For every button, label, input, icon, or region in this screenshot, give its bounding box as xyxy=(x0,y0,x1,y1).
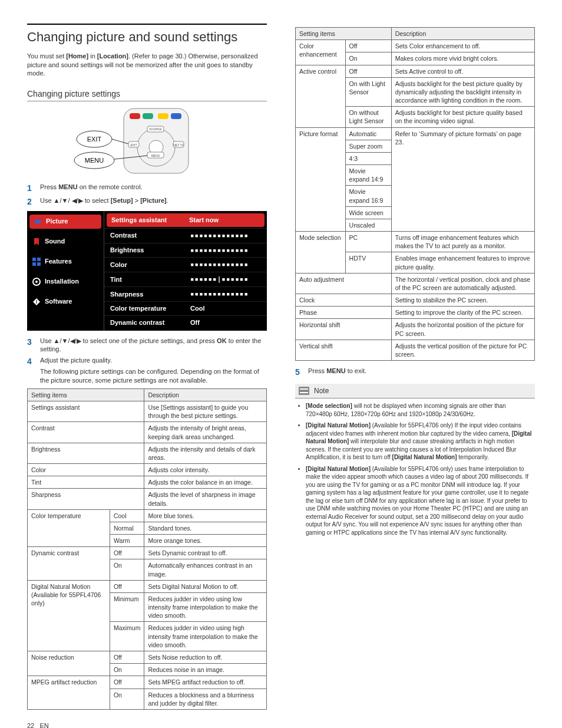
osd-side-software: Software xyxy=(27,295,104,309)
setting-desc: Use [Settings assistant] to guide you th… xyxy=(144,401,267,422)
osd-row-value: ▪▪▪▪▪▪▪▪▪▪▪▪▪ xyxy=(190,289,261,299)
subheading: Changing picture settings xyxy=(27,88,267,101)
right-column: Setting items Description Color enhancem… xyxy=(295,24,535,728)
setting-item: Clock xyxy=(296,294,392,307)
setting-option: On xyxy=(110,559,144,580)
setting-option: Off xyxy=(110,547,144,559)
setting-desc: Enables image enhancement features to im… xyxy=(391,252,534,273)
osd-row-value: Cool xyxy=(190,304,261,313)
osd-side-sound: Sound xyxy=(27,235,104,249)
setting-desc: Adjusts the vertical position of the pic… xyxy=(391,340,534,360)
setting-option: Movie expand 16:9 xyxy=(345,186,391,206)
osd-row-label: Color xyxy=(110,261,190,269)
step-3: 3Use ▲/▼/◀/▶ to select one of the pictur… xyxy=(27,337,267,354)
note-item: [Digital Natural Motion] (Available for … xyxy=(306,421,533,462)
page-footer: 22 EN xyxy=(27,722,267,728)
setting-desc: Reduces a blockiness and a blurriness an… xyxy=(144,689,267,709)
setting-option: PC xyxy=(345,232,391,252)
setting-option: Off xyxy=(345,40,391,52)
step-5: 5Press MENU to exit. xyxy=(295,367,535,378)
setting-desc: Adjusts backlight for the best picture q… xyxy=(391,77,534,107)
setting-item: MPEG artifact reduction xyxy=(28,676,110,710)
setting-item: Brightness xyxy=(28,443,144,463)
setting-item: Auto adjustment xyxy=(296,273,392,294)
setting-option: 4:3 xyxy=(345,152,391,164)
setting-item: Color temperature xyxy=(28,509,110,547)
note-item: [Digital Natural Motion] (Available for … xyxy=(306,465,533,537)
setting-desc: Adjusts the horizontal position of the p… xyxy=(391,319,534,340)
svg-rect-24 xyxy=(37,258,41,261)
intro-text: You must set [Home] in [Location]. (Refe… xyxy=(27,52,267,78)
osd-side-label: Features xyxy=(45,257,72,266)
note-icon xyxy=(299,387,309,395)
setting-item: Dynamic contrast xyxy=(28,547,110,581)
setting-desc: Sets MPEG artifact reduction to off. xyxy=(144,676,267,689)
svg-text:MENU: MENU xyxy=(84,157,103,164)
intro-c: in xyxy=(88,52,97,60)
setting-item: Tint xyxy=(28,476,144,489)
steps-list-cont: 3Use ▲/▼/◀/▶ to select one of the pictur… xyxy=(27,337,267,385)
osd-row: Sharpness▪▪▪▪▪▪▪▪▪▪▪▪▪ xyxy=(104,286,267,301)
osd-side-label: Sound xyxy=(45,237,65,246)
setting-option: Off xyxy=(110,676,144,689)
setting-option: Minimum xyxy=(110,592,144,622)
osd-row-value: ▪▪▪▪▪▪▪▪▪▪▪▪▪ xyxy=(190,231,261,241)
steps-list-right: 5Press MENU to exit. xyxy=(295,367,535,378)
setting-desc: The horizontal / vertical position, cloc… xyxy=(391,273,534,294)
osd-row: Color temperatureCool xyxy=(104,301,267,315)
setting-desc: Sets Color enhancement to off. xyxy=(391,40,534,52)
osd-side-features: Features xyxy=(27,255,104,269)
setting-desc: Reduces judder in video using low intens… xyxy=(144,592,267,622)
osd-sidebar: PictureSoundFeaturesInstallationSoftware xyxy=(27,211,104,331)
svg-text:MENU: MENU xyxy=(151,154,160,157)
osd-row-label: Tint xyxy=(110,275,190,284)
setting-desc: Setting to stabilize the PC screen. xyxy=(391,294,534,307)
setting-item: Vertical shift xyxy=(296,340,392,360)
osd-side-icon xyxy=(32,257,41,266)
setting-option: Normal xyxy=(110,522,144,534)
setting-option: On with Light Sensor xyxy=(345,77,391,107)
osd-side-icon xyxy=(33,217,42,226)
setting-desc: More orange tones. xyxy=(144,535,267,547)
osd-side-label: Picture xyxy=(46,217,68,226)
steps-list: 1Press MENU on the remote control. 2Use … xyxy=(27,183,267,207)
osd-side-icon xyxy=(32,237,41,246)
note-body: [Mode selection] will not be displayed w… xyxy=(295,398,535,543)
setting-option: Off xyxy=(110,651,144,663)
setting-option: On without Light Sensor xyxy=(345,107,391,127)
t1-head-desc: Description xyxy=(144,388,267,401)
setting-desc: Makes colors more vivid bright colors. xyxy=(391,52,534,65)
setting-desc: Sets Active control to off. xyxy=(391,65,534,77)
svg-rect-4 xyxy=(171,113,181,119)
svg-text:NET TV: NET TV xyxy=(173,143,184,147)
osd-row-label: Brightness xyxy=(110,246,190,255)
setting-item: Sharpness xyxy=(28,489,144,509)
setting-option: Super zoom xyxy=(345,140,391,152)
osd-row-label: Settings assistant xyxy=(111,216,189,225)
note-title: Note xyxy=(314,386,329,396)
setting-desc: Adjusts backlight for best picture quali… xyxy=(391,107,534,127)
osd-row: Tint▪▪▪▪▪▪|▪▪▪▪▪▪ xyxy=(104,272,267,286)
osd-row: Dynamic contrastOff xyxy=(104,315,267,330)
setting-desc: Reduces judder in video using high inten… xyxy=(144,622,267,651)
step-4: 4Adjust the picture quality.The followin… xyxy=(27,356,267,385)
settings-table-1: Setting items Description Settings assis… xyxy=(27,388,267,710)
settings-table-2: Setting items Description Color enhancem… xyxy=(295,27,535,361)
osd-row: Contrast▪▪▪▪▪▪▪▪▪▪▪▪▪ xyxy=(104,228,267,243)
setting-option: Warm xyxy=(110,535,144,547)
osd-row-value: Off xyxy=(190,318,261,327)
note-box: Note [Mode selection] will not be displa… xyxy=(295,384,535,543)
setting-desc: Setting to improve the clarity of the PC… xyxy=(391,307,534,319)
svg-text:EXIT: EXIT xyxy=(130,143,137,147)
setting-option: Off xyxy=(345,65,391,77)
osd-side-installation: Installation xyxy=(27,275,104,289)
setting-item: Settings assistant xyxy=(28,401,144,422)
osd-row-value: ▪▪▪▪▪▪▪▪▪▪▪▪▪ xyxy=(190,260,261,269)
svg-rect-23 xyxy=(32,258,36,261)
setting-item: Color enhancement xyxy=(296,40,346,65)
osd-row-label: Color temperature xyxy=(110,304,190,313)
setting-option: Maximum xyxy=(110,622,144,651)
t2-head-desc: Description xyxy=(391,28,534,40)
intro-a: You must set xyxy=(27,52,66,60)
setting-option: Automatic xyxy=(345,127,391,140)
